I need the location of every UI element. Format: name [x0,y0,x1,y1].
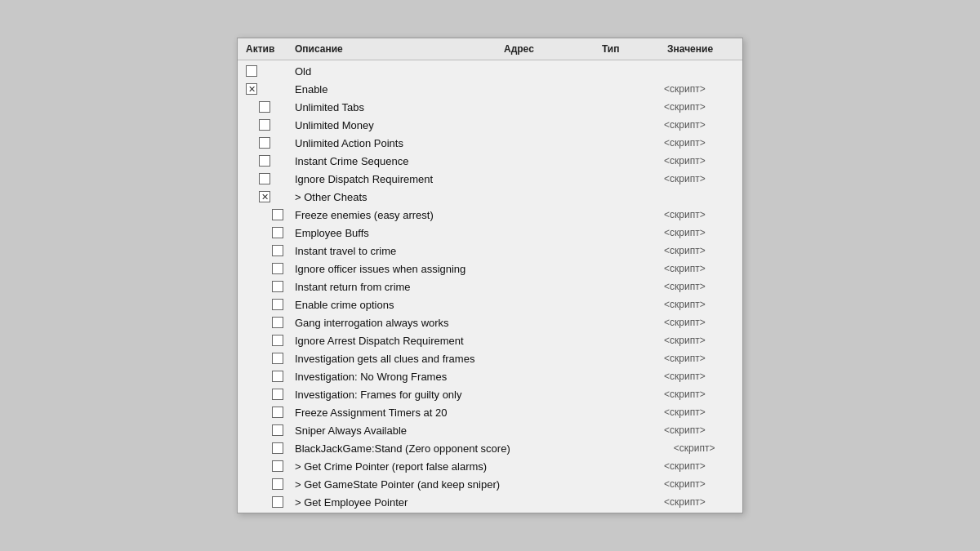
label-get-employee-pointer: > Get Employee Pointer [292,496,501,509]
checkbox-blackjack[interactable] [272,442,283,454]
checkbox-cell [243,460,292,472]
checkbox-cell [243,353,292,364]
label-employee-buffs: Employee Buffs [292,227,501,239]
checkbox-get-employee-pointer[interactable] [272,496,283,508]
label-enable: Enable [292,83,501,96]
value-cell: <скрипт> [664,424,737,436]
table-row: Old [238,62,742,80]
header-description: Описание [292,42,501,56]
checkbox-cell [243,424,292,436]
label-old: Old [292,65,501,78]
table-row: Instant Crime Sequence<скрипт> [238,152,742,170]
label-blackjack: BlackJackGame:Stand (Zero opponent score… [292,442,510,455]
checkbox-enable[interactable]: ✕ [246,83,257,95]
table-row: Ignore officer issues when assigning<скр… [238,260,742,278]
table-row: Ignore Arrest Dispatch Requirement<скрип… [238,331,742,349]
header-active: Актив [243,42,292,56]
checkbox-cell [243,389,292,400]
checkbox-cell [243,407,292,418]
checkbox-get-crime-pointer[interactable] [272,460,283,472]
checkbox-unlimited-action-points[interactable] [259,137,270,149]
value-cell: <скрипт> [664,389,737,400]
value-cell: <скрипт> [664,299,737,310]
checkbox-cell [243,442,292,454]
value-cell: <скрипт> [664,101,737,113]
label-freeze-enemies: Freeze enemies (easy arrest) [292,209,501,221]
checkbox-cell [243,173,292,184]
checkbox-old[interactable] [246,65,257,77]
checkbox-cell [243,371,292,382]
checkbox-instant-crime-sequence[interactable] [259,155,270,167]
table-row: > Get Employee Pointer<скрипт> [238,493,742,511]
checkbox-instant-travel[interactable] [272,245,283,256]
header-address: Адрес [501,42,599,56]
checkbox-cell [243,65,292,77]
table-row: > Get Crime Pointer (report false alarms… [238,457,742,475]
label-ignore-arrest-dispatch: Ignore Arrest Dispatch Requirement [292,335,501,347]
checkbox-freeze-enemies[interactable] [272,209,283,220]
label-investigation-no-wrong: Investigation: No Wrong Frames [292,371,501,383]
checkbox-cell [243,137,292,149]
table-row: Instant return from crime<скрипт> [238,278,742,295]
table-row: Sniper Always Available<скрипт> [238,421,742,439]
table-row: Unlimited Money<скрипт> [238,116,742,134]
checkbox-sniper-always-available[interactable] [272,424,283,436]
value-cell: <скрипт> [664,407,737,418]
checkbox-other-cheats[interactable]: ✕ [259,191,270,202]
checkbox-unlimited-money[interactable] [259,119,270,131]
checkbox-ignore-officer-issues[interactable] [272,263,283,274]
table-row: Enable crime options<скрипт> [238,295,742,313]
checkbox-freeze-assignment-timers[interactable] [272,407,283,418]
table-row: Freeze Assignment Timers at 20<скрипт> [238,403,742,421]
label-get-crime-pointer: > Get Crime Pointer (report false alarms… [292,460,501,473]
table-row: ✕Enable<скрипт> [238,80,742,98]
checkbox-unlimited-tabs[interactable] [259,101,270,113]
value-cell: <скрипт> [664,119,737,131]
label-instant-travel: Instant travel to crime [292,245,501,257]
value-cell: <скрипт> [664,263,737,274]
table-row: Employee Buffs<скрипт> [238,224,742,242]
value-cell: <скрипт> [664,155,737,167]
value-cell: <скрипт> [664,478,737,490]
table-row: Ignore Dispatch Requirement<скрипт> [238,170,742,188]
value-cell: <скрипт> [664,83,737,95]
table-row: Freeze enemies (easy arrest)<скрипт> [238,206,742,224]
checkbox-get-gamestate-pointer[interactable] [272,478,283,490]
checkbox-cell [243,119,292,131]
label-unlimited-tabs: Unlimited Tabs [292,101,501,113]
checkbox-cell [243,155,292,167]
table-row: Investigation: Frames for guilty only<ск… [238,385,742,403]
checkbox-investigation-clues[interactable] [272,353,283,364]
checkbox-gang-interrogation[interactable] [272,317,283,328]
table-row: Unlimited Tabs<скрипт> [238,98,742,116]
checkbox-investigation-no-wrong[interactable] [272,371,283,382]
value-cell: <скрипт> [664,496,737,508]
checkbox-employee-buffs[interactable] [272,227,283,238]
table-row: Gang interrogation always works<скрипт> [238,313,742,331]
value-cell: <скрипт> [664,335,737,346]
checkbox-cell [243,263,292,274]
label-ignore-officer-issues: Ignore officer issues when assigning [292,263,501,275]
checkbox-ignore-dispatch-requirement[interactable] [259,173,270,184]
checkbox-enable-crime-options[interactable] [272,299,283,310]
checkbox-ignore-arrest-dispatch[interactable] [272,335,283,346]
table-row: BlackJackGame:Stand (Zero opponent score… [238,439,742,457]
label-other-cheats: > Other Cheats [292,191,501,203]
value-cell: <скрипт> [664,353,737,364]
checkbox-instant-return-crime[interactable] [272,281,283,292]
checkbox-cell [243,335,292,346]
label-get-gamestate-pointer: > Get GameState Pointer (and keep sniper… [292,478,501,491]
table-row: Investigation: No Wrong Frames<скрипт> [238,367,742,385]
header-value: Значение [664,42,737,56]
table-row: Unlimited Action Points<скрипт> [238,134,742,152]
label-enable-crime-options: Enable crime options [292,299,501,311]
label-instant-crime-sequence: Instant Crime Sequence [292,155,501,167]
label-unlimited-action-points: Unlimited Action Points [292,137,501,149]
value-cell: <скрипт> [664,460,737,472]
value-cell: <скрипт> [664,209,737,220]
checkbox-cell [243,478,292,490]
checkbox-investigation-guilty[interactable] [272,389,283,400]
table-row: Investigation gets all clues and frames<… [238,349,742,367]
table-row: > Get GameState Pointer (and keep sniper… [238,475,742,493]
checkbox-cell [243,209,292,220]
